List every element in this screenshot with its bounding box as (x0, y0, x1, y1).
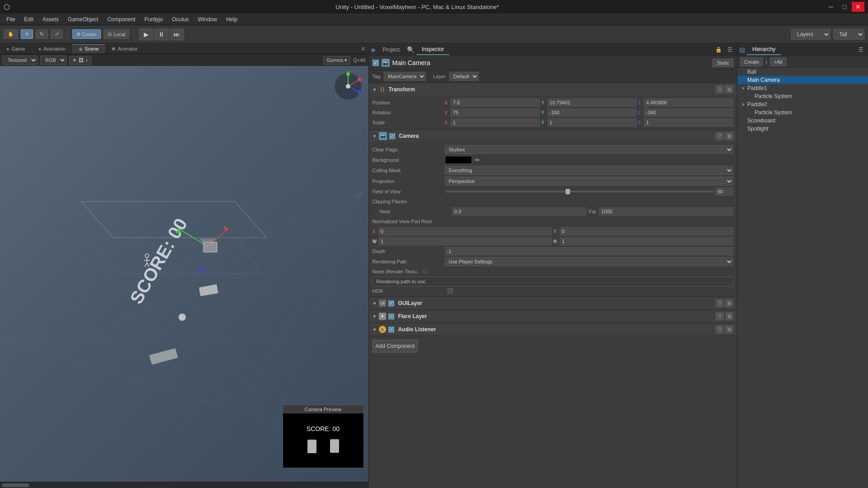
create-button[interactable]: Create (740, 57, 763, 66)
tab-project[interactable]: Project (377, 45, 405, 55)
position-x-input[interactable] (451, 99, 540, 107)
menu-gameobject[interactable]: GameObject (63, 15, 103, 24)
camera-enabled-checkbox[interactable]: ✓ (389, 133, 395, 139)
scale-tool-button[interactable]: ⤢ (51, 29, 63, 39)
maximize-button[interactable]: □ (838, 2, 851, 12)
scene-view[interactable]: SCORE: 00 (0, 66, 368, 482)
effects-button[interactable]: ☀ 🖼 ♪ (69, 56, 91, 65)
camera-header[interactable]: ▼ 📷 ✓ Camera ? ⚙ (369, 130, 737, 142)
menu-file[interactable]: File (2, 15, 19, 24)
layers-dropdown[interactable]: Layers (791, 29, 830, 40)
hier-item-main-camera[interactable]: Main Camera (737, 76, 868, 84)
vp-y-input[interactable] (560, 227, 733, 235)
guilayer-header[interactable]: ▼ UI ✓ GUILayer ? ⚙ (369, 297, 737, 310)
menu-edit[interactable]: Edit (19, 15, 38, 24)
minimize-button[interactable]: ─ (825, 2, 837, 12)
menu-oculus[interactable]: Oculus (167, 15, 193, 24)
hierarchy-tab[interactable]: Hierarchy (747, 44, 781, 55)
lock-icon[interactable]: 🔒 (712, 47, 725, 53)
object-enabled-checkbox[interactable]: ✓ (373, 60, 379, 66)
transform-help-button[interactable]: ? (716, 85, 724, 94)
menu-window[interactable]: Window (193, 15, 222, 24)
hierarchy-menu-icon[interactable]: ☰ (856, 47, 866, 53)
pause-button[interactable]: ⏸ (154, 28, 169, 40)
hier-item-paddle2[interactable]: ▼ Paddle2 (737, 100, 868, 108)
scale-z-input[interactable] (644, 118, 733, 127)
hier-item-paddle1-ps[interactable]: Particle System (737, 92, 868, 100)
camera-help-button[interactable]: ? (716, 132, 724, 140)
menu-component[interactable]: Component (103, 15, 140, 24)
guilayer-help-button[interactable]: ? (716, 299, 724, 307)
shading-dropdown[interactable]: Textured (3, 56, 38, 65)
transform-header[interactable]: ▼ ⟨⟩ Transform ? ⚙ (369, 83, 737, 96)
layer-select[interactable]: Default (449, 72, 479, 81)
fov-input[interactable] (715, 188, 733, 196)
vp-h-input[interactable] (560, 237, 733, 245)
hier-item-paddle2-ps[interactable]: Particle System (737, 108, 868, 117)
audiolistener-header[interactable]: ▼ 🔊 ✓ Audio Listener ? ⚙ (369, 323, 737, 336)
audiolistener-help-button[interactable]: ? (716, 325, 724, 333)
position-z-input[interactable] (644, 99, 733, 107)
rendering-path-select[interactable]: Use Player Settings (445, 257, 734, 266)
qrall-button[interactable]: +All (770, 57, 787, 66)
gizmos-button[interactable]: Gizmos ▾ (323, 56, 350, 65)
close-button[interactable]: ✕ (852, 2, 864, 12)
position-y-input[interactable] (547, 99, 637, 107)
far-input[interactable] (599, 207, 733, 216)
tab-scene[interactable]: ◆ Scene (72, 44, 105, 53)
hier-item-spotlight[interactable]: Spotlight (737, 125, 868, 133)
hier-item-scoreboard[interactable]: Scoreboard (737, 117, 868, 125)
flarelayer-settings-button[interactable]: ⚙ (725, 312, 733, 320)
audiolistener-enabled-checkbox[interactable]: ✓ (388, 327, 394, 333)
clear-flags-select[interactable]: Skybox (445, 145, 734, 154)
vp-w-input[interactable] (378, 237, 552, 245)
fov-slider[interactable] (445, 191, 714, 192)
static-dropdown[interactable]: Static (712, 59, 733, 67)
add-component-button[interactable]: Add Component (373, 340, 418, 352)
orientation-gizmo[interactable]: X Y Z (332, 70, 364, 102)
move-tool-button[interactable]: ✛ (21, 29, 33, 39)
layout-dropdown[interactable]: Tall (833, 29, 864, 40)
guilayer-enabled-checkbox[interactable]: ✓ (388, 300, 394, 306)
hand-tool-button[interactable]: ✋ (4, 29, 18, 39)
tab-animation[interactable]: ● Animation (32, 45, 73, 53)
flarelayer-help-button[interactable]: ? (716, 312, 724, 320)
center-button[interactable]: ⊕ Center (72, 29, 101, 39)
transform-settings-button[interactable]: ⚙ (725, 85, 733, 94)
hier-item-paddle1[interactable]: ▼ Paddle1 (737, 84, 868, 92)
tab-animator[interactable]: ◆ Animator (105, 44, 144, 53)
rotation-z-input[interactable] (644, 108, 733, 117)
guilayer-settings-button[interactable]: ⚙ (725, 299, 733, 307)
step-button[interactable]: ⏭ (170, 28, 184, 40)
rotate-tool-button[interactable]: ↻ (36, 29, 48, 39)
menu-help[interactable]: Help (222, 15, 242, 24)
vp-x-input[interactable] (378, 227, 552, 235)
fov-slider-thumb[interactable] (566, 189, 570, 194)
color-mode-dropdown[interactable]: RGB (40, 56, 66, 65)
tab-inspector[interactable]: Inspector (416, 44, 449, 55)
depth-input[interactable] (445, 247, 734, 255)
render-hint-info-icon[interactable]: ⓘ (423, 268, 428, 275)
camera-settings-button[interactable]: ⚙ (725, 132, 733, 140)
tab-game[interactable]: ● Game (0, 45, 32, 53)
rotation-y-input[interactable] (547, 108, 637, 117)
tag-select[interactable]: MainCamera (384, 72, 426, 81)
flarelayer-header[interactable]: ▼ ✦ ✓ Flare Layer ? ⚙ (369, 310, 737, 323)
hier-item-ball[interactable]: Ball (737, 68, 868, 76)
projection-select[interactable]: Perspective (445, 177, 734, 186)
menu-assets[interactable]: Assets (38, 15, 63, 24)
inspector-menu-icon[interactable]: ☰ (725, 47, 735, 53)
menu-purdyjo[interactable]: Purdyjo (140, 15, 167, 24)
near-input[interactable] (452, 207, 586, 216)
panel-collapse-icon[interactable]: ≡ (358, 46, 368, 52)
flarelayer-enabled-checkbox[interactable]: ✓ (388, 314, 394, 319)
scale-y-input[interactable] (547, 118, 637, 127)
rotation-x-input[interactable] (451, 108, 540, 117)
horizontal-scrollbar-thumb[interactable] (2, 483, 29, 487)
audiolistener-settings-button[interactable]: ⚙ (725, 325, 733, 333)
background-edit-button[interactable]: ✏ (473, 156, 481, 164)
culling-mask-select[interactable]: Everything (445, 166, 734, 175)
viewport-scrollbar[interactable] (0, 482, 368, 488)
hdr-checkbox[interactable] (448, 288, 453, 294)
play-button[interactable]: ▶ (139, 28, 153, 40)
